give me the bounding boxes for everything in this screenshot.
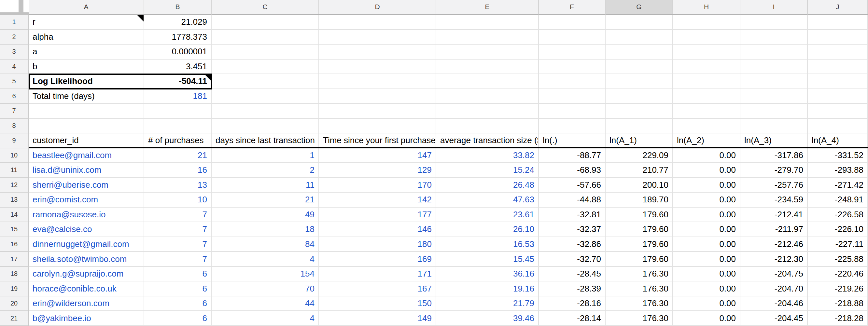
cell-D10[interactable]: 147 — [319, 149, 436, 163]
cell-C7[interactable] — [212, 104, 319, 119]
cell-J4[interactable] — [808, 60, 868, 74]
cell-B15[interactable]: 7 — [144, 222, 212, 237]
cell-F9[interactable]: ln(.) — [539, 133, 606, 149]
cell-G3[interactable] — [606, 44, 673, 60]
cell-J18[interactable]: -220.46 — [808, 267, 868, 282]
cell-E2[interactable] — [436, 30, 539, 45]
cell-D9[interactable]: Time since your first purchase — [319, 133, 436, 149]
cell-E15[interactable]: 26.10 — [436, 222, 539, 237]
row-header-15[interactable]: 15 — [0, 222, 29, 237]
cell-C14[interactable]: 49 — [212, 207, 319, 223]
cell-J21[interactable]: -218.28 — [808, 311, 868, 326]
cell-D17[interactable]: 169 — [319, 252, 436, 267]
cell-D18[interactable]: 171 — [319, 267, 436, 282]
cell-E16[interactable]: 16.53 — [436, 237, 539, 252]
cell-B10[interactable]: 21 — [144, 149, 212, 163]
cell-D15[interactable]: 146 — [319, 222, 436, 237]
cell-G9[interactable]: ln(A_1) — [606, 133, 673, 149]
cell-A12[interactable]: sherri@uberise.com — [29, 178, 144, 193]
cell-J13[interactable]: -248.91 — [808, 193, 868, 207]
cell-B6[interactable]: 181 — [144, 89, 212, 104]
cell-F18[interactable]: -28.45 — [539, 267, 606, 282]
cell-H21[interactable]: 0.00 — [673, 311, 740, 326]
row-header-12[interactable]: 12 — [0, 178, 29, 193]
row-header-2[interactable]: 2 — [0, 30, 29, 45]
cell-C17[interactable]: 4 — [212, 252, 319, 267]
cell-F5[interactable] — [539, 74, 606, 89]
cell-A20[interactable]: erin@wilderson.com — [29, 296, 144, 312]
cell-I5[interactable] — [740, 74, 808, 89]
cell-H19[interactable]: 0.00 — [673, 282, 740, 296]
cell-G4[interactable] — [606, 60, 673, 74]
cell-E20[interactable]: 21.79 — [436, 296, 539, 312]
cell-D8[interactable] — [319, 119, 436, 134]
cell-G17[interactable]: 179.60 — [606, 252, 673, 267]
cell-E4[interactable] — [436, 60, 539, 74]
cell-D19[interactable]: 167 — [319, 282, 436, 296]
cell-F13[interactable]: -44.88 — [539, 193, 606, 207]
cell-E17[interactable]: 15.45 — [436, 252, 539, 267]
cell-F7[interactable] — [539, 104, 606, 119]
cell-I13[interactable]: -234.59 — [740, 193, 808, 207]
cell-J15[interactable]: -226.10 — [808, 222, 868, 237]
cell-D5[interactable] — [319, 74, 436, 89]
cell-F1[interactable] — [539, 15, 606, 30]
row-header-17[interactable]: 17 — [0, 252, 29, 267]
cell-G12[interactable]: 200.10 — [606, 178, 673, 193]
cell-A19[interactable]: horace@conible.co.uk — [29, 282, 144, 296]
cell-J16[interactable]: -227.11 — [808, 237, 868, 252]
cell-J10[interactable]: -331.52 — [808, 149, 868, 163]
cell-C12[interactable]: 11 — [212, 178, 319, 193]
cell-C11[interactable]: 2 — [212, 163, 319, 178]
cell-B12[interactable]: 13 — [144, 178, 212, 193]
cell-A11[interactable]: lisa.d@uninix.com — [29, 163, 144, 178]
column-header-H[interactable]: H — [673, 0, 740, 15]
cell-G10[interactable]: 229.09 — [606, 149, 673, 163]
cell-E19[interactable]: 19.16 — [436, 282, 539, 296]
cell-J12[interactable]: -271.42 — [808, 178, 868, 193]
cell-J7[interactable] — [808, 104, 868, 119]
cell-I19[interactable]: -204.70 — [740, 282, 808, 296]
cell-C9[interactable]: days since last transaction — [212, 133, 319, 149]
cell-H17[interactable]: 0.00 — [673, 252, 740, 267]
row-header-19[interactable]: 19 — [0, 282, 29, 296]
row-header-6[interactable]: 6 — [0, 89, 29, 104]
cell-H20[interactable]: 0.00 — [673, 296, 740, 312]
row-header-4[interactable]: 4 — [0, 60, 29, 74]
cell-E12[interactable]: 26.48 — [436, 178, 539, 193]
cell-I18[interactable]: -204.75 — [740, 267, 808, 282]
cell-C1[interactable] — [212, 15, 319, 30]
cell-G11[interactable]: 210.77 — [606, 163, 673, 178]
cell-E1[interactable] — [436, 15, 539, 30]
column-header-G[interactable]: G — [606, 0, 673, 15]
cell-A6[interactable]: Total time (days) — [29, 89, 144, 104]
cell-B3[interactable]: 0.000001 — [144, 44, 212, 60]
cell-G5[interactable] — [606, 74, 673, 89]
row-header-21[interactable]: 21 — [0, 311, 29, 326]
cell-A16[interactable]: dinnernugget@gmail.com — [29, 237, 144, 252]
cell-F2[interactable] — [539, 30, 606, 45]
cell-C3[interactable] — [212, 44, 319, 60]
cell-E11[interactable]: 15.24 — [436, 163, 539, 178]
cell-J14[interactable]: -226.58 — [808, 207, 868, 223]
cell-A5[interactable]: Log Likelihood — [29, 74, 144, 89]
cell-E18[interactable]: 36.16 — [436, 267, 539, 282]
cell-G14[interactable]: 179.60 — [606, 207, 673, 223]
cell-I3[interactable] — [740, 44, 808, 60]
column-header-J[interactable]: J — [808, 0, 868, 15]
row-header-11[interactable]: 11 — [0, 163, 29, 178]
cell-G19[interactable]: 176.30 — [606, 282, 673, 296]
cell-I2[interactable] — [740, 30, 808, 45]
row-header-3[interactable]: 3 — [0, 44, 29, 60]
cell-F19[interactable]: -28.39 — [539, 282, 606, 296]
cell-D16[interactable]: 180 — [319, 237, 436, 252]
cell-A14[interactable]: ramona@susose.io — [29, 207, 144, 223]
cell-J11[interactable]: -293.88 — [808, 163, 868, 178]
cell-A1[interactable]: r — [29, 15, 144, 30]
cell-B17[interactable]: 7 — [144, 252, 212, 267]
cell-H3[interactable] — [673, 44, 740, 60]
cell-A7[interactable] — [29, 104, 144, 119]
cell-B19[interactable]: 6 — [144, 282, 212, 296]
cell-I17[interactable]: -212.30 — [740, 252, 808, 267]
row-header-14[interactable]: 14 — [0, 207, 29, 223]
